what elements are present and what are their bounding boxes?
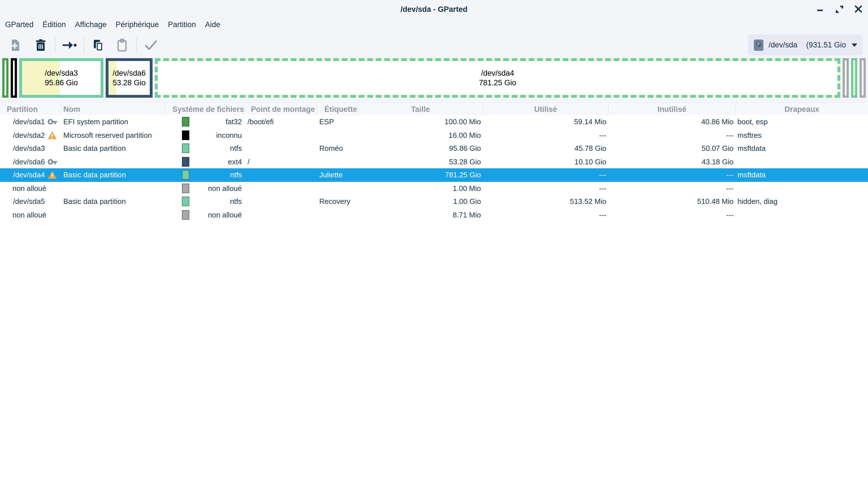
col-drapeaux[interactable]: Drapeaux xyxy=(736,103,868,115)
cell-size: 1.00 Gio xyxy=(358,195,483,208)
warning-icon xyxy=(48,170,57,180)
cell-partition: /dev/sda3 xyxy=(13,144,45,153)
col-utilise[interactable]: Utilisé xyxy=(483,103,609,115)
cell-fs: ntfs xyxy=(189,197,244,206)
fs-color-swatch xyxy=(182,210,189,220)
screen: /dev/sda - GParted GParted Édition Affic… xyxy=(0,0,868,244)
table-row-unallocated-1[interactable]: non alloué non alloué 1.00 Mio --- --- xyxy=(0,182,868,195)
delete-partition-button[interactable] xyxy=(32,37,49,54)
cell-mount xyxy=(244,168,317,182)
apply-operations-button[interactable] xyxy=(143,37,159,54)
window-title: /dev/sda - GParted xyxy=(0,5,868,13)
cell-mount xyxy=(244,195,317,208)
diskbar-sda6-size: 53.28 Gio xyxy=(113,78,146,88)
menu-gparted[interactable]: GParted xyxy=(5,19,34,30)
cell-flags: msftres xyxy=(736,129,868,142)
table-empty-area xyxy=(0,221,868,244)
menu-aide[interactable]: Aide xyxy=(205,19,220,30)
cell-mount xyxy=(244,142,317,155)
cell-size: 781.25 Gio xyxy=(358,168,483,182)
table-row-sda3[interactable]: /dev/sda3 Basic data partition ntfs Romé… xyxy=(0,142,868,155)
diskbar-sda3-name: /dev/sda3 xyxy=(44,68,78,78)
cell-mount xyxy=(244,182,317,195)
cell-unused: 50.07 Gio xyxy=(609,142,736,155)
table-row-sda1[interactable]: /dev/sda1 EFI system partition fat32 /bo… xyxy=(0,115,868,129)
col-point-montage[interactable]: Point de montage xyxy=(244,103,317,115)
cell-fs: ntfs xyxy=(189,171,244,179)
paste-icon xyxy=(116,38,128,52)
col-etiquette[interactable]: Étiquette xyxy=(317,103,358,115)
cell-name: Basic data partition xyxy=(62,195,165,208)
cell-used: --- xyxy=(483,208,609,221)
new-partition-button[interactable] xyxy=(6,37,23,54)
diskbar-sda3[interactable]: /dev/sda3 95.86 Gio xyxy=(19,58,103,98)
cell-name xyxy=(62,208,165,221)
col-inutilise[interactable]: Inutilisé xyxy=(609,103,736,115)
cell-unused: --- xyxy=(609,168,736,182)
device-selector[interactable]: /dev/sda (931.51 Gio xyxy=(748,34,863,55)
fs-color-swatch xyxy=(182,184,189,193)
diskbar-unallocated-2[interactable] xyxy=(860,58,866,98)
cell-name: Basic data partition xyxy=(62,142,165,155)
table-row-sda4-selected[interactable]: /dev/sda4 Basic data partition ntfs Juli… xyxy=(0,168,868,182)
cell-name: Basic data partition xyxy=(62,168,165,182)
warning-icon xyxy=(48,130,57,140)
menu-affichage[interactable]: Affichage xyxy=(75,19,106,30)
new-partition-icon xyxy=(8,38,21,52)
device-size: (931.51 Gio xyxy=(806,41,846,49)
cell-size: 100.00 Mio xyxy=(358,115,483,129)
diskbar-sda3-size: 95.86 Gio xyxy=(44,78,78,88)
cell-flags: msftdata xyxy=(736,168,868,182)
table-row-sda2[interactable]: /dev/sda2 Microsoft reserved partition i… xyxy=(0,129,868,142)
table-row-sda6[interactable]: /dev/sda6 ext4 / 53.28 Gio 10.10 Gio 43.… xyxy=(0,155,868,168)
cell-fs: ntfs xyxy=(189,144,244,153)
col-nom[interactable]: Nom xyxy=(62,103,165,115)
cell-label: Recovery xyxy=(317,195,358,208)
cell-unused: --- xyxy=(609,129,736,142)
menu-peripherique[interactable]: Périphérique xyxy=(116,19,159,30)
menu-edition[interactable]: Édition xyxy=(43,19,66,30)
paste-button[interactable] xyxy=(114,37,130,54)
restore-button[interactable] xyxy=(834,4,844,14)
cell-size: 53.28 Gio xyxy=(358,155,483,168)
close-button[interactable] xyxy=(853,4,864,14)
copy-icon xyxy=(92,38,104,52)
cell-mount xyxy=(244,208,317,221)
cell-mount: /boot/efi xyxy=(244,115,317,129)
col-partition[interactable]: Partition xyxy=(0,103,62,115)
cell-label xyxy=(317,208,358,221)
diskbar-sda1[interactable] xyxy=(2,58,8,98)
copy-button[interactable] xyxy=(90,37,107,54)
col-taille[interactable]: Taille xyxy=(358,103,483,115)
cell-used: 59.14 Mio xyxy=(483,115,609,129)
cell-used: --- xyxy=(483,182,609,195)
titlebar: /dev/sda - GParted xyxy=(0,0,868,18)
table-row-unallocated-2[interactable]: non alloué non alloué 8.71 Mio --- --- xyxy=(0,208,868,221)
diskbar-sda2[interactable] xyxy=(11,58,17,98)
cell-label xyxy=(317,155,358,168)
resize-move-icon xyxy=(62,39,77,51)
col-systeme-fichiers[interactable]: Système de fichiers xyxy=(165,103,244,115)
diskbar-sda5[interactable] xyxy=(851,58,857,98)
minimize-button[interactable] xyxy=(815,4,825,14)
cell-size: 1.00 Mio xyxy=(358,182,483,195)
table-row-sda5[interactable]: /dev/sda5 Basic data partition ntfs Reco… xyxy=(0,195,868,208)
cell-name xyxy=(62,182,165,195)
diskbar-sda4-name: /dev/sda4 xyxy=(481,68,514,78)
resize-move-button[interactable] xyxy=(61,37,78,54)
cell-flags: msftdata xyxy=(736,142,868,155)
check-icon xyxy=(144,39,158,51)
menu-partition[interactable]: Partition xyxy=(168,19,196,30)
harddisk-icon xyxy=(753,39,764,51)
fs-color-swatch xyxy=(182,157,189,167)
diskbar-unallocated-1[interactable] xyxy=(843,58,849,98)
cell-mount xyxy=(244,129,317,142)
chevron-down-icon xyxy=(851,43,857,46)
diskbar-sda4-selected[interactable]: /dev/sda4 781.25 Gio xyxy=(155,58,840,98)
cell-size: 16.00 Mio xyxy=(358,129,483,142)
cell-size: 95.86 Gio xyxy=(358,142,483,155)
diskbar-sda6[interactable]: /dev/sda6 53.28 Gio xyxy=(106,58,153,98)
partition-table: Partition Nom Système de fichiers Point … xyxy=(0,103,868,244)
cell-mount: / xyxy=(244,155,317,168)
table-header: Partition Nom Système de fichiers Point … xyxy=(0,103,868,115)
